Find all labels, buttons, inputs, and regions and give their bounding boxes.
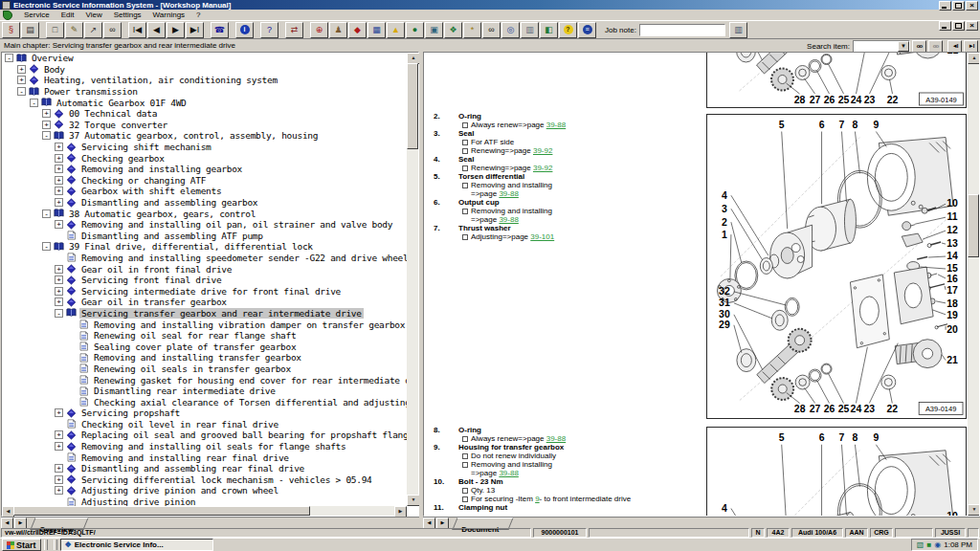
exit-button[interactable]: § xyxy=(2,22,20,38)
next-page-button[interactable]: ▶ xyxy=(167,22,185,38)
tree-item[interactable]: Renewing gasket for housing end cover fo… xyxy=(2,374,407,386)
tree-item[interactable]: + Removing and installing oil seals for … xyxy=(2,441,407,452)
page-link[interactable]: 39-92 xyxy=(533,164,552,172)
tree-item[interactable]: + Servicing intermediate drive for front… xyxy=(2,285,407,297)
help-button[interactable]: ? xyxy=(260,22,278,38)
tree-item[interactable]: - Overview xyxy=(2,53,407,64)
send-document-button[interactable]: ↗ xyxy=(84,22,102,38)
wagon-button[interactable]: ◧ xyxy=(540,22,558,38)
page-link[interactable]: 39-88 xyxy=(546,434,566,443)
note-button[interactable]: ▥ xyxy=(521,22,539,38)
tree-vscroll-thumb[interactable] xyxy=(407,63,418,149)
page-link[interactable]: 39-88 xyxy=(546,121,566,129)
expand-toggle[interactable]: + xyxy=(55,287,63,296)
tree-item[interactable]: Removing and installing transfer gearbox xyxy=(2,352,407,364)
tree-item[interactable]: Renewing oil seals in transfer gearbox xyxy=(2,364,407,375)
search-all-button[interactable]: oo xyxy=(928,40,943,53)
tree-item[interactable]: + Body xyxy=(2,64,407,76)
hint-button[interactable]: ? xyxy=(559,22,577,38)
tree-item[interactable]: + Checking or changing ATF xyxy=(2,175,407,187)
expand-toggle[interactable]: + xyxy=(55,276,63,284)
tree-item[interactable]: Checking axial clearance of Torsen diffe… xyxy=(2,396,407,408)
tree-item-selected[interactable]: - Servicing transfer gearbox and rear in… xyxy=(2,308,407,320)
car-button[interactable]: ∞ xyxy=(482,22,501,38)
expand-toggle[interactable]: + xyxy=(55,430,63,439)
phone-button[interactable]: ☎ xyxy=(211,22,229,38)
tree-item[interactable]: + Gearbox with shift elements xyxy=(2,186,407,197)
expand-toggle[interactable]: - xyxy=(42,209,51,218)
doc-scroll-up-icon[interactable]: ▲ xyxy=(968,53,980,64)
tree-item[interactable]: + Gear oil in front final drive xyxy=(2,263,407,275)
tree-item[interactable]: + Dismantling and assembling gearbox xyxy=(2,197,407,209)
document-vertical-scrollbar[interactable]: ▲ ▼ xyxy=(968,53,979,516)
expand-toggle[interactable]: + xyxy=(42,109,51,118)
tree-item[interactable]: + Removing and installing oil pan, oil s… xyxy=(2,219,407,231)
menu-service[interactable]: Service xyxy=(18,10,56,20)
doc-scroll-down-icon[interactable]: ▼ xyxy=(968,504,980,516)
vehicle-button[interactable]: ∞ xyxy=(103,22,122,38)
scroll-down-icon[interactable]: ▼ xyxy=(407,495,420,506)
search-item-combobox[interactable]: ▼ xyxy=(853,40,910,53)
tree-item[interactable]: + 00 Technical data xyxy=(2,108,407,120)
edit-document-button[interactable]: ✎ xyxy=(65,22,83,38)
tree-item[interactable]: + 32 Torque converter xyxy=(2,120,407,131)
tree-item[interactable]: Checking oil level in rear final drive xyxy=(2,419,407,430)
expand-toggle[interactable]: + xyxy=(55,143,63,151)
status-tray-icon[interactable]: ■ xyxy=(926,540,931,549)
previous-hit-button[interactable]: ◄I xyxy=(947,40,962,53)
parts-button[interactable]: ❖ xyxy=(444,22,462,38)
tree-item[interactable]: + Servicing propshaft xyxy=(2,408,407,419)
combo-dropdown-icon[interactable]: ▼ xyxy=(898,41,909,52)
update-tray-icon[interactable]: ◉ xyxy=(934,540,941,549)
tree-item[interactable]: - Power transmission xyxy=(2,86,407,98)
window-button[interactable]: ▦ xyxy=(368,22,386,38)
start-button[interactable]: Start xyxy=(2,539,41,551)
tree-item[interactable]: Removing and installing vibration damper… xyxy=(2,319,407,330)
expand-toggle[interactable]: + xyxy=(55,154,63,163)
tree-item[interactable]: + Dismantling and assembling rear final … xyxy=(2,463,407,474)
tree-item[interactable]: Dismantling rear intermediate drive xyxy=(2,386,407,397)
tree-item[interactable]: - 38 Automatic gearbox, gears, control xyxy=(2,208,407,219)
doc-vscroll-thumb[interactable] xyxy=(968,194,979,257)
tree-item[interactable]: Renewing oil seal for rear flange shaft xyxy=(2,330,407,342)
page-link[interactable]: 39-101 xyxy=(530,232,554,241)
page-link[interactable]: 39-88 xyxy=(499,189,518,198)
expand-toggle[interactable]: + xyxy=(55,187,63,195)
menu-warnings[interactable]: Warnings xyxy=(147,10,191,20)
expand-toggle[interactable]: + xyxy=(55,298,63,306)
expand-toggle[interactable]: + xyxy=(55,442,63,451)
expand-toggle[interactable]: - xyxy=(55,309,63,318)
key-button[interactable]: * xyxy=(463,22,481,38)
tree-item[interactable]: + Servicing shift mechanism xyxy=(2,142,407,153)
page-link[interactable]: 39-92 xyxy=(533,146,552,155)
tree-item[interactable]: + Checking gearbox xyxy=(2,152,407,164)
expand-toggle[interactable]: - xyxy=(42,242,51,251)
previous-page-button[interactable]: ◀ xyxy=(147,22,166,38)
new-document-button[interactable]: □ xyxy=(46,22,64,38)
user-button[interactable]: ♟ xyxy=(329,22,347,38)
tree-hscroll-thumb[interactable] xyxy=(13,506,310,516)
expand-toggle[interactable]: + xyxy=(55,475,63,484)
expand-toggle[interactable]: + xyxy=(55,408,63,417)
tree-item[interactable]: Dismantling and assembling ATF pump xyxy=(2,231,407,242)
tree-item[interactable]: Adjusting drive pinion xyxy=(2,496,407,506)
tree-item[interactable]: + Servicing differential lock mechanism … xyxy=(2,474,407,486)
expand-toggle[interactable]: + xyxy=(55,176,63,185)
tree-item[interactable]: Sealing cover plate of transfer gearbox xyxy=(2,341,407,352)
expand-toggle[interactable]: + xyxy=(42,121,51,129)
tree-vertical-scrollbar[interactable]: ▲ ▼ xyxy=(407,53,418,506)
tree-item[interactable]: + Servicing front final drive xyxy=(2,275,407,286)
tree-item[interactable]: + Adjusting drive pinion and crown wheel xyxy=(2,485,407,496)
search-vehicle-button[interactable]: ◎ xyxy=(501,22,520,38)
print-button[interactable]: ▤ xyxy=(21,22,39,38)
menu-view[interactable]: View xyxy=(79,10,107,20)
diamond-button[interactable]: ◆ xyxy=(348,22,367,38)
expand-toggle[interactable]: - xyxy=(17,87,26,96)
tree-item[interactable]: - 37 Automatic gearbox, control, assembl… xyxy=(2,130,407,142)
expand-toggle[interactable]: - xyxy=(42,131,51,140)
expand-toggle[interactable]: - xyxy=(30,99,38,107)
expand-toggle[interactable]: - xyxy=(5,54,13,62)
tree-item[interactable]: - 39 Final drive, differential, differen… xyxy=(2,241,407,253)
target-button[interactable]: ⊕ xyxy=(310,22,328,38)
expand-toggle[interactable]: + xyxy=(17,65,26,74)
